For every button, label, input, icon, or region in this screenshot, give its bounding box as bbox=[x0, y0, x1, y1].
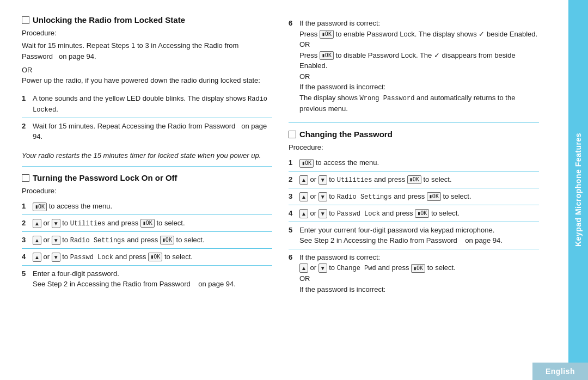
section1-heading-text: Unlocking the Radio from Locked State bbox=[33, 15, 185, 24]
kbd-ok: ▮OK bbox=[299, 159, 314, 168]
right-column: 6 If the password is correct: Press ▮OK … bbox=[289, 15, 539, 369]
list-item: 5 Enter your current four-digit password… bbox=[289, 222, 539, 249]
arrow-up: ▲ bbox=[33, 219, 41, 228]
section1-intro2: Power up the radio, if you have powered … bbox=[22, 75, 272, 86]
arrow-down: ▼ bbox=[318, 192, 327, 201]
or-text: OR bbox=[299, 72, 310, 81]
section1-list: 1 A tone sounds and the yellow LED doubl… bbox=[22, 90, 272, 145]
list-num: 6 bbox=[289, 18, 296, 29]
section2-procedure-label: Procedure: bbox=[22, 187, 272, 195]
section-divider-right bbox=[289, 122, 539, 123]
italic-note: Your radio restarts the 15 minutes timer… bbox=[22, 150, 272, 161]
list-content: Wait for 15 minutes. Repeat Accessing th… bbox=[33, 121, 272, 142]
section3-heading-text: Changing the Password bbox=[299, 130, 393, 139]
arrow-down: ▼ bbox=[52, 236, 60, 245]
list-num: 1 bbox=[22, 201, 29, 212]
list-content: Enter your current four-digit password v… bbox=[299, 225, 539, 246]
list-num: 2 bbox=[289, 174, 296, 185]
list-num: 1 bbox=[22, 93, 29, 104]
or-text: OR bbox=[299, 274, 310, 283]
arrow-up: ▲ bbox=[33, 236, 41, 245]
right-section1-list: 6 If the password is correct: Press ▮OK … bbox=[289, 15, 539, 117]
kbd-ok: ▮OK bbox=[411, 264, 425, 273]
list-item: 1 ▮OK to access the menu. bbox=[289, 155, 539, 171]
code-radio-settings: Radio Settings bbox=[337, 193, 392, 201]
section1-procedure-label: Procedure: bbox=[22, 29, 272, 37]
kbd-ok: ▮OK bbox=[320, 51, 334, 60]
list-num: 2 bbox=[22, 218, 29, 229]
list-item: 3 ▲ or ▼ to Radio Settings and press ▮OK… bbox=[22, 232, 272, 249]
left-column: Unlocking the Radio from Locked State Pr… bbox=[22, 15, 272, 369]
list-content: ▲ or ▼ to Utilities and press ▮OK to sel… bbox=[299, 174, 539, 185]
list-item: 4 ▲ or ▼ to Passwd Lock and press ▮OK to… bbox=[22, 249, 272, 266]
arrow-down: ▼ bbox=[318, 209, 327, 218]
kbd-ok: ▮OK bbox=[148, 253, 162, 261]
section3-icon bbox=[289, 131, 296, 138]
list-item: 4 ▲ or ▼ to Passwd Lock and press ▮OK to… bbox=[289, 205, 539, 222]
arrow-down: ▼ bbox=[52, 253, 60, 262]
code-wrong-password: Wrong Password bbox=[360, 95, 415, 102]
list-content: ▲ or ▼ to Radio Settings and press ▮OK t… bbox=[299, 191, 539, 202]
list-num: 5 bbox=[289, 225, 296, 236]
kbd-ok: ▮OK bbox=[427, 192, 441, 201]
list-num: 4 bbox=[289, 208, 296, 219]
list-content: ▲ or ▼ to Radio Settings and press ▮OK t… bbox=[33, 235, 272, 246]
section2-list: 1 ▮OK to access the menu. 2 ▲ or ▼ to Ut… bbox=[22, 198, 272, 292]
arrow-up: ▲ bbox=[33, 253, 41, 262]
section2-icon bbox=[22, 174, 29, 182]
kbd-ok: ▮OK bbox=[415, 209, 429, 218]
code-passwd-lock: Passwd Lock bbox=[337, 210, 380, 218]
sidebar-tab: Keypad Microphone Features bbox=[568, 0, 588, 380]
page-container: Unlocking the Radio from Locked State Pr… bbox=[0, 0, 588, 380]
list-item: 3 ▲ or ▼ to Radio Settings and press ▮OK… bbox=[289, 188, 539, 205]
arrow-down: ▼ bbox=[318, 175, 327, 185]
section3-list: 1 ▮OK to access the menu. 2 ▲ or ▼ to Ut… bbox=[289, 155, 539, 297]
list-item: 1 A tone sounds and the yellow LED doubl… bbox=[22, 90, 272, 118]
code-utilities: Utilities bbox=[337, 176, 372, 184]
list-content: Enter a four-digit password. See Step 2 … bbox=[33, 268, 272, 290]
kbd-ok: ▮OK bbox=[33, 203, 47, 211]
section1-heading: Unlocking the Radio from Locked State bbox=[22, 15, 272, 24]
section2-heading-text: Turning the Password Lock On or Off bbox=[33, 173, 177, 182]
arrow-up: ▲ bbox=[299, 209, 308, 218]
code-change-pwd: Change Pwd bbox=[337, 265, 376, 272]
code-passwd-lock: Passwd Lock bbox=[70, 254, 113, 261]
list-content: ▮OK to access the menu. bbox=[299, 157, 539, 168]
list-item: 2 Wait for 15 minutes. Repeat Accessing … bbox=[22, 118, 272, 145]
list-item: 2 ▲ or ▼ to Utilities and press ▮OK to s… bbox=[289, 171, 539, 188]
list-item: 2 ▲ or ▼ to Utilities and press ▮OK to s… bbox=[22, 215, 272, 232]
section3-procedure-label: Procedure: bbox=[289, 143, 539, 151]
section3-heading: Changing the Password bbox=[289, 130, 539, 139]
main-content: Unlocking the Radio from Locked State Pr… bbox=[0, 0, 568, 380]
list-num: 6 bbox=[289, 252, 296, 263]
list-content: ▲ or ▼ to Passwd Lock and press ▮OK to s… bbox=[33, 252, 272, 262]
list-content: If the password is correct: Press ▮OK to… bbox=[299, 18, 539, 114]
arrow-up: ▲ bbox=[299, 175, 308, 185]
list-num: 3 bbox=[289, 191, 296, 202]
kbd-ok: ▮OK bbox=[407, 175, 421, 184]
code-radio-settings: Radio Settings bbox=[70, 237, 125, 244]
kbd-ok: ▮OK bbox=[160, 236, 174, 244]
code-utilities: Utilities bbox=[70, 220, 106, 228]
arrow-up: ▲ bbox=[299, 192, 308, 201]
list-item: 1 ▮OK to access the menu. bbox=[22, 198, 272, 215]
kbd-ok: ▮OK bbox=[140, 219, 155, 228]
section1-icon bbox=[22, 16, 29, 24]
arrow-down: ▼ bbox=[52, 219, 60, 228]
list-item: 5 Enter a four-digit password. See Step … bbox=[22, 266, 272, 292]
code-radio-locked: Radio Locked bbox=[33, 95, 267, 114]
list-num: 2 bbox=[22, 121, 29, 132]
list-item: 6 If the password is correct: Press ▮OK … bbox=[289, 15, 539, 117]
list-item: 6 If the password is correct: ▲ or ▼ to … bbox=[289, 249, 539, 298]
section1-intro-text: Wait for 15 minutes. Repeat Steps 1 to 3… bbox=[22, 41, 238, 60]
list-num: 5 bbox=[22, 268, 29, 279]
kbd-ok: ▮OK bbox=[320, 30, 334, 39]
list-content: ▲ or ▼ to Passwd Lock and press ▮OK to s… bbox=[299, 208, 539, 219]
list-content: A tone sounds and the yellow LED double … bbox=[33, 93, 272, 115]
english-badge: English bbox=[532, 363, 588, 380]
list-content: ▲ or ▼ to Utilities and press ▮OK to sel… bbox=[33, 218, 272, 229]
list-content: ▮OK to access the menu. bbox=[33, 201, 272, 212]
section1-intro: Wait for 15 minutes. Repeat Steps 1 to 3… bbox=[22, 40, 272, 62]
section1-or1: OR bbox=[22, 66, 272, 74]
section-divider bbox=[22, 166, 272, 167]
